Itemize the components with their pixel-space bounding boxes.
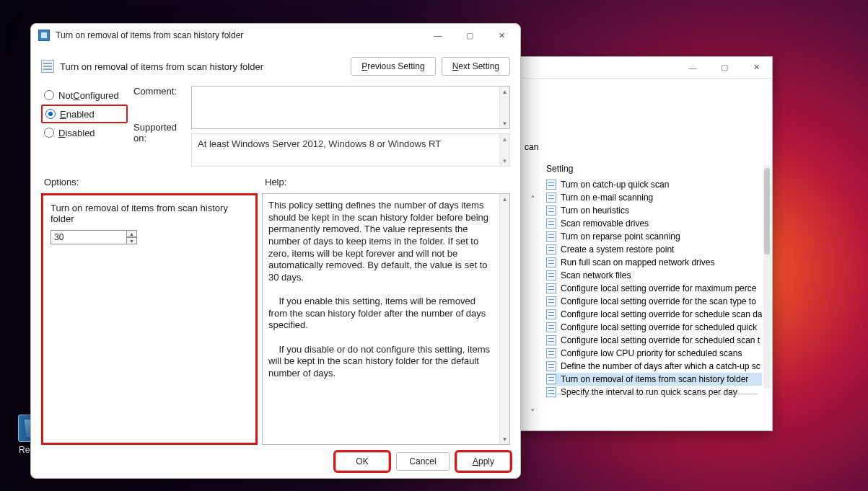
list-item[interactable]: Scan network files [546, 269, 762, 282]
list-item[interactable]: Turn on reparse point scanning [546, 230, 762, 243]
list-item-label: Configure local setting override for sch… [561, 335, 760, 345]
days-spinner-value[interactable]: 30 [51, 230, 127, 244]
list-item[interactable]: Create a system restore point [546, 243, 762, 256]
setting-item-icon [546, 218, 556, 229]
setting-item-icon [546, 322, 556, 332]
options-label: Options: [44, 177, 265, 187]
settings-list[interactable]: Turn on catch-up quick scanTurn on e-mai… [546, 178, 762, 400]
list-item-label: Scan network files [561, 270, 631, 280]
gpo-list-window: — ▢ ✕ can Setting ˄ ˅ Turn on catch-up q… [517, 56, 773, 431]
bg-maximize-button[interactable]: ▢ [709, 58, 740, 78]
bg-scroll-up-icon[interactable]: ˄ [530, 194, 540, 204]
options-pane: Turn on removal of items from scan histo… [41, 193, 258, 445]
policy-dialog: Turn on removal of items from scan histo… [30, 23, 521, 479]
list-item[interactable]: Configure local setting override for max… [546, 282, 762, 295]
dialog-minimize-button[interactable]: — [422, 25, 454, 46]
list-item[interactable]: Specify the interval to run quick scans … [546, 386, 762, 399]
list-item[interactable]: Turn on catch-up quick scan [546, 178, 762, 191]
bg-column-header-setting[interactable]: Setting [546, 164, 573, 174]
setting-item-icon [546, 244, 556, 255]
comment-textarea[interactable]: ▲▼ [191, 86, 510, 129]
next-setting-button[interactable]: Next Setting [442, 57, 510, 76]
help-scrollbar[interactable]: ▲▼ [499, 194, 509, 444]
list-item-label: Turn on catch-up quick scan [561, 180, 669, 190]
apply-button[interactable]: Apply [457, 452, 510, 471]
radio-icon [44, 128, 54, 138]
dialog-maximize-button[interactable]: ▢ [454, 25, 486, 46]
list-item-label: Create a system restore point [561, 244, 674, 255]
list-item[interactable]: Configure local setting override for the… [546, 295, 762, 308]
scroll-up-icon[interactable]: ▲ [500, 194, 509, 204]
radio-disabled[interactable]: Disabled [41, 123, 128, 142]
list-item[interactable]: Configure low CPU priority for scheduled… [546, 347, 762, 360]
list-item-label: Turn on removal of items from scan histo… [561, 374, 748, 384]
list-item[interactable]: Scan removable drives [546, 217, 762, 230]
list-item[interactable]: Start the scheduled scan only when compu… [546, 399, 762, 400]
setting-item-icon [546, 335, 556, 345]
radio-not-configured[interactable]: Not Configured [41, 86, 128, 105]
list-item-label: Define the number of days after which a … [561, 361, 760, 371]
bg-titlebar: — ▢ ✕ [517, 57, 772, 79]
setting-item-icon [546, 374, 556, 384]
list-item-label: Configure local setting override for sch… [561, 309, 762, 319]
bg-scroll-down-icon[interactable]: ˅ [530, 407, 540, 417]
list-item[interactable]: Turn on removal of items from scan histo… [546, 373, 762, 386]
bg-horizontal-scroll-line [552, 394, 758, 394]
supported-on-label: Supported on: [133, 122, 191, 155]
scroll-down-icon[interactable]: ▼ [500, 434, 509, 444]
comment-label: Comment: [133, 86, 191, 122]
policy-title: Turn on removal of items from scan histo… [60, 61, 263, 72]
radio-icon [45, 109, 56, 119]
bg-vertical-scrollbar[interactable] [763, 165, 771, 389]
dialog-window-title: Turn on removal of items from scan histo… [56, 30, 243, 40]
radio-icon [44, 90, 54, 100]
list-item[interactable]: Run full scan on mapped network drives [546, 256, 762, 269]
list-item[interactable]: Define the number of days after which a … [546, 360, 762, 373]
close-icon: ✕ [499, 31, 505, 40]
list-item-label: Turn on reparse point scanning [561, 231, 680, 242]
list-item-label: Turn on heuristics [561, 205, 629, 216]
help-pane: This policy setting defines the number o… [262, 193, 510, 445]
list-item[interactable]: Configure local setting override for sch… [546, 321, 762, 334]
scroll-down-icon[interactable]: ▼ [500, 156, 509, 166]
list-item[interactable]: Configure local setting override for sch… [546, 308, 762, 321]
list-item[interactable]: Configure local setting override for sch… [546, 334, 762, 347]
dialog-close-button[interactable]: ✕ [486, 25, 517, 46]
option-field-label: Turn on removal of items from scan histo… [51, 203, 248, 224]
scroll-down-icon[interactable]: ▼ [500, 118, 509, 128]
maximize-icon: ▢ [466, 31, 473, 40]
days-spinner[interactable]: 30 ▲ ▼ [51, 230, 137, 244]
list-item-label: Turn on e-mail scanning [561, 193, 653, 203]
maximize-icon: ▢ [721, 63, 728, 72]
setting-item-icon [546, 231, 556, 242]
setting-item-icon [546, 180, 556, 190]
help-label: Help: [265, 177, 286, 187]
radio-enabled[interactable]: Enabled [41, 105, 128, 123]
bg-column-fragment: can [525, 142, 538, 152]
list-item-label: Configure local setting override for max… [561, 283, 756, 293]
minimize-icon: — [434, 31, 442, 40]
list-item-label: Configure local setting override for sch… [561, 322, 757, 332]
scrollbar-thumb[interactable] [764, 168, 770, 255]
scroll-up-icon[interactable]: ▲ [500, 134, 509, 144]
close-icon: ✕ [753, 63, 760, 72]
bg-close-button[interactable]: ✕ [740, 58, 772, 78]
list-item-label: Configure low CPU priority for scheduled… [561, 348, 742, 358]
setting-item-icon [546, 296, 556, 306]
list-item[interactable]: Turn on heuristics [546, 204, 762, 217]
bg-minimize-button[interactable]: — [677, 58, 709, 78]
cancel-button[interactable]: Cancel [396, 452, 450, 471]
list-item-label: Run full scan on mapped network drives [561, 257, 714, 267]
scroll-up-icon[interactable]: ▲ [500, 87, 509, 97]
spinner-down-button[interactable]: ▼ [126, 237, 137, 244]
supported-scrollbar[interactable]: ▲▼ [499, 134, 509, 166]
previous-setting-button[interactable]: Previous Setting [351, 57, 435, 76]
list-item[interactable]: Turn on e-mail scanning [546, 191, 762, 204]
list-item-label: Configure local setting override for the… [561, 296, 756, 306]
list-item-label: Scan removable drives [561, 218, 649, 229]
setting-item-icon [546, 283, 556, 293]
comment-scrollbar[interactable]: ▲▼ [499, 87, 509, 128]
help-text: This policy setting defines the number o… [268, 200, 496, 438]
spinner-up-button[interactable]: ▲ [126, 230, 137, 237]
ok-button[interactable]: OK [336, 452, 389, 471]
